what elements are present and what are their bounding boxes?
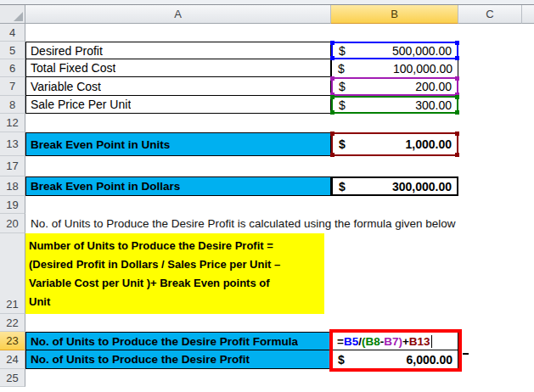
cell-C6[interactable] [458, 59, 534, 77]
row-header-12[interactable]: 12 [0, 114, 25, 132]
cell-A21[interactable]: Number of Units to Produce the Desire Pr… [25, 233, 534, 314]
select-all-triangle-icon [14, 12, 23, 21]
cell-A7-label: Variable Cost [26, 80, 101, 93]
cell-A20[interactable]: No. of Units to Produce the Desire Profi… [25, 214, 534, 233]
cell-A12[interactable] [25, 114, 534, 132]
cell-A13[interactable]: Break Even Point in Units [25, 132, 331, 156]
cell-A13-label: Break Even Point in Units [26, 138, 170, 151]
cell-A22[interactable] [25, 314, 534, 332]
cell-C24[interactable] [458, 350, 534, 369]
row-6: 6 Total Fixed Cost $100,000.00 [0, 59, 534, 77]
row-header-13[interactable]: 13 [0, 132, 25, 156]
row-header-5[interactable]: 5 [0, 42, 25, 59]
cell-A19[interactable] [25, 196, 534, 214]
column-header-B[interactable]: B [331, 5, 458, 24]
cell-B8-currency: $ [339, 98, 346, 112]
row-header-18[interactable]: 18 [0, 176, 25, 196]
cell-B7[interactable]: $200.00 [331, 77, 458, 96]
cell-C23[interactable] [458, 332, 534, 350]
column-header-C[interactable]: C [458, 5, 522, 24]
row-7: 7 Variable Cost $200.00 [0, 77, 534, 96]
cell-B24-box: $6,000.00 [331, 350, 458, 369]
formula-ref-B7: B7) [384, 335, 402, 348]
row-header-8[interactable]: 8 [0, 96, 25, 114]
cell-A4[interactable] [25, 24, 534, 42]
selection-handle [455, 41, 459, 45]
formula-equals: = [337, 335, 344, 348]
text-cursor [431, 335, 433, 348]
column-header-A[interactable]: A [25, 5, 331, 24]
note-line-1: Number of Units to Produce the Desire Pr… [29, 237, 324, 255]
row-8: 8 Sale Price Per Unit $300.00 [0, 96, 534, 114]
row-header-24[interactable]: 24 [0, 350, 25, 369]
selection-handle [330, 76, 334, 81]
cell-B5[interactable]: $500,000.00 [331, 42, 458, 59]
column-header-row: A B C [0, 5, 534, 24]
formula-plus: + [402, 335, 409, 348]
cell-B13[interactable]: $1,000.00 [331, 132, 458, 156]
cell-C7[interactable] [458, 77, 534, 96]
cell-B8[interactable]: $300.00 [331, 96, 458, 114]
cell-A5[interactable]: Desired Profit [25, 42, 331, 59]
row-header-17[interactable]: 17 [0, 156, 25, 176]
cell-A25[interactable] [25, 369, 534, 387]
selection-handle [330, 110, 334, 115]
cell-C5[interactable] [458, 42, 534, 59]
cell-B18-currency: $ [339, 180, 346, 193]
row-header-20[interactable]: 20 [0, 214, 25, 233]
cell-B18[interactable]: $300,000.00 [331, 176, 458, 196]
selection-handle [455, 76, 459, 81]
cell-C13[interactable] [458, 132, 534, 156]
cell-A23-label: No. of Units to Produce the Desire Profi… [26, 335, 298, 348]
row-20: 20 No. of Units to Produce the Desire Pr… [0, 214, 534, 233]
selection-handle [455, 132, 459, 136]
cell-A6-label: Total Fixed Cost [26, 61, 115, 75]
cell-C8[interactable] [458, 96, 534, 114]
row-header-4[interactable]: 4 [0, 24, 25, 42]
cell-B23-formula-input[interactable]: =B5/(B8-B7)+B13 [331, 332, 458, 350]
formula-ref-B8: (B8 [362, 335, 380, 348]
cell-B7-value: 200.00 [415, 80, 452, 93]
cell-B24-currency: $ [338, 353, 345, 367]
row-4: 4 [0, 24, 534, 42]
row-13: 13 Break Even Point in Units $1,000.00 [0, 132, 534, 156]
column-header-D-sliver[interactable] [522, 5, 534, 24]
selection-handle [330, 56, 334, 60]
selection-handle [455, 95, 459, 99]
mouse-ibeam-cursor [463, 353, 469, 355]
cell-A17[interactable] [25, 156, 534, 176]
select-all-button[interactable] [0, 5, 25, 24]
row-23: 23 No. of Units to Produce the Desire Pr… [0, 332, 534, 350]
selection-handle [330, 41, 334, 45]
row-5: 5 Desired Profit $500,000.00 [0, 42, 534, 59]
cell-A6[interactable]: Total Fixed Cost [25, 59, 331, 77]
cell-B6-value: 100,000.00 [393, 62, 452, 76]
cell-A8[interactable]: Sale Price Per Unit [25, 96, 331, 114]
cell-A5-label: Desired Profit [26, 44, 103, 58]
cell-B7-box: $200.00 [331, 77, 458, 96]
cell-B24[interactable]: $6,000.00 [331, 350, 458, 369]
cell-A23[interactable]: No. of Units to Produce the Desire Profi… [25, 332, 331, 350]
cell-B13-box: $1,000.00 [331, 132, 458, 156]
row-19: 19 [0, 196, 534, 214]
cell-A7[interactable]: Variable Cost [25, 77, 331, 96]
cell-B6-currency: $ [338, 62, 345, 76]
row-header-25[interactable]: 25 [0, 369, 25, 387]
row-header-22[interactable]: 22 [0, 314, 25, 332]
cell-B13-value: 1,000.00 [406, 137, 452, 151]
row-header-19[interactable]: 19 [0, 196, 25, 214]
row-header-7[interactable]: 7 [0, 77, 25, 96]
row-header-6[interactable]: 6 [0, 59, 25, 77]
row-header-23[interactable]: 23 [0, 332, 25, 350]
cell-C18[interactable] [458, 176, 534, 196]
cell-A20-note: No. of Units to Produce the Desire Profi… [25, 217, 456, 230]
cell-A18[interactable]: Break Even Point in Dollars [25, 176, 331, 196]
row-header-21[interactable]: 21 [0, 233, 25, 314]
cell-B13-currency: $ [339, 137, 346, 151]
excel-worksheet: A B C 4 5 Desired Profit $500,000.00 6 T… [0, 0, 534, 392]
selection-handle [330, 95, 334, 99]
cell-B6[interactable]: $100,000.00 [331, 59, 458, 77]
cell-A24[interactable]: No. of Units to Produce the Desire Profi… [25, 350, 331, 369]
cell-B6-box: $100,000.00 [331, 59, 458, 77]
row-18: 18 Break Even Point in Dollars $300,000.… [0, 176, 534, 196]
